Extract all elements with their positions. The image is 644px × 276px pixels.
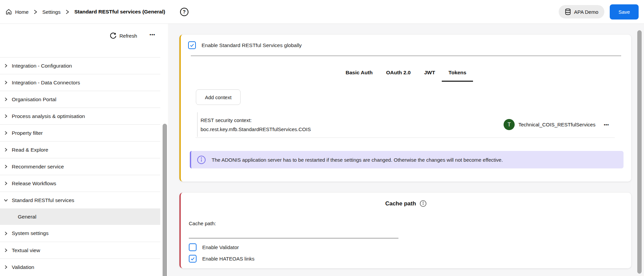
sidebar-item-label: Integration - Data Connectors — [12, 80, 80, 86]
context-more-button[interactable]: ••• — [604, 122, 609, 127]
sidebar-item-label: Integration - Configuration — [12, 63, 72, 69]
breadcrumb-home[interactable]: Home — [5, 8, 29, 15]
add-context-button[interactable]: Add context — [196, 89, 241, 105]
enable-hateoas-links-checkbox[interactable] — [189, 255, 197, 263]
tab-oauth-2-0[interactable]: OAuth 2.0 — [379, 67, 417, 82]
breadcrumb: Home Settings Standard RESTful services … — [5, 8, 165, 15]
refresh-icon — [110, 33, 116, 39]
checkbox-label: Enable Validator — [202, 244, 239, 250]
apa-demo-label: APA Demo — [574, 9, 598, 15]
sidebar-item-system-settings[interactable]: System settings — [0, 225, 160, 242]
tab-jwt[interactable]: JWT — [417, 67, 442, 82]
cache-path-label: Cache path: — [189, 221, 216, 226]
account-name: Technical_COIS_RESTfulServices — [518, 122, 595, 127]
main-scrollbar[interactable] — [637, 30, 642, 274]
database-icon — [565, 8, 571, 15]
info-icon[interactable] — [420, 200, 427, 207]
enable-global-label: Enable Standard RESTful Services globall… — [202, 42, 302, 48]
chevron-right-icon — [3, 231, 8, 236]
sidebar-item-process-analysis-optimisation[interactable]: Process analysis & optimisation — [0, 108, 160, 124]
settings-content: Enable Standard RESTful Services globall… — [168, 24, 644, 276]
sidebar-item-standard-restful-services[interactable]: Standard RESTful services — [0, 192, 160, 208]
chevron-right-icon — [3, 147, 8, 152]
sidebar-subitem-general[interactable]: General — [0, 208, 160, 225]
sidebar-item-property-filter[interactable]: Property filter — [0, 124, 160, 141]
card-divider — [191, 55, 621, 56]
chevron-right-icon — [3, 181, 8, 186]
enable-global-checkbox[interactable] — [188, 41, 196, 49]
save-button[interactable]: Save — [610, 4, 639, 19]
top-bar: Home Settings Standard RESTful services … — [0, 0, 644, 24]
sidebar-item-recommender-service[interactable]: Recommender service — [0, 158, 160, 175]
sidebar-item-integration-configuration[interactable]: Integration - Configuration — [0, 57, 160, 74]
page-title: Standard RESTful services (General) — [74, 9, 165, 15]
sidebar-item-label: Organisation Portal — [12, 96, 56, 103]
avatar: T — [504, 119, 515, 130]
context-value: boc.rest.key.mfb.StandardRESTfulServices… — [201, 125, 311, 134]
settings-sidebar: Refresh ••• Integration - ConfigurationI… — [0, 24, 168, 276]
chevron-right-icon — [33, 9, 38, 14]
enable-validator-checkbox[interactable] — [189, 243, 197, 251]
chevron-down-icon — [3, 198, 8, 203]
cache-path-input[interactable] — [189, 229, 398, 238]
cache-title-row: Cache path — [181, 200, 631, 207]
refresh-button[interactable]: Refresh — [110, 33, 137, 39]
sidebar-item-organisation-portal[interactable]: Organisation Portal — [0, 91, 160, 108]
breadcrumb-home-label: Home — [15, 9, 29, 15]
sidebar-items: Integration - ConfigurationIntegration -… — [0, 57, 160, 275]
sidebar-item-label: Process analysis & optimisation — [12, 113, 85, 119]
help-icon[interactable]: ? — [180, 8, 188, 16]
rest-services-card: Enable Standard RESTful Services globall… — [179, 35, 631, 182]
sidebar-item-label: Textual view — [12, 247, 40, 253]
sidebar-item-release-workflows[interactable]: Release Workflows — [0, 175, 160, 192]
chevron-right-icon — [3, 80, 8, 85]
restart-info-text: The ADONIS application server has to be … — [212, 157, 503, 163]
chevron-right-icon — [3, 248, 8, 253]
apa-demo-button[interactable]: APA Demo — [559, 5, 604, 18]
chevron-right-icon — [65, 9, 70, 14]
auth-tabs: Basic AuthOAuth 2.0JWTTokens — [181, 67, 631, 82]
chevron-right-icon — [3, 164, 8, 169]
tab-tokens[interactable]: Tokens — [442, 67, 473, 82]
check-icon — [190, 256, 195, 261]
tab-basic-auth[interactable]: Basic Auth — [339, 67, 379, 82]
sidebar-item-label: Property filter — [12, 130, 43, 136]
sidebar-item-integration-data-connectors[interactable]: Integration - Data Connectors — [0, 74, 160, 91]
chevron-right-icon — [3, 114, 8, 119]
context-row: REST security context: boc.rest.key.mfb.… — [197, 112, 609, 137]
chevron-right-icon — [3, 97, 8, 102]
sidebar-item-label: System settings — [12, 230, 48, 236]
context-label: REST security context: — [201, 116, 311, 125]
home-icon — [5, 8, 12, 15]
chevron-right-icon — [3, 130, 8, 135]
chevron-right-icon — [3, 265, 8, 270]
sidebar-subitem-label: General — [18, 214, 36, 220]
breadcrumb-settings-label: Settings — [42, 9, 60, 15]
sidebar-item-label: Read & Explore — [12, 147, 48, 153]
checkbox-row-enable-hateoas-links: Enable HATEOAS links — [189, 254, 255, 263]
row-divider — [196, 137, 615, 138]
check-icon — [189, 43, 195, 48]
info-icon — [197, 155, 206, 164]
sidebar-item-label: Validation — [12, 264, 34, 270]
refresh-label: Refresh — [119, 33, 137, 39]
chevron-right-icon — [3, 63, 8, 68]
cache-path-card: Cache path Cache path: Enable ValidatorE… — [179, 193, 631, 268]
breadcrumb-settings[interactable]: Settings — [42, 9, 60, 15]
enable-global-row: Enable Standard RESTful Services globall… — [188, 41, 302, 49]
sidebar-item-label: Standard RESTful services — [12, 197, 74, 203]
sidebar-item-read-explore[interactable]: Read & Explore — [0, 141, 160, 158]
checkbox-row-enable-validator: Enable Validator — [189, 243, 255, 251]
sidebar-item-label: Release Workflows — [12, 181, 56, 187]
sidebar-scrollbar[interactable] — [163, 124, 167, 276]
restart-info-banner: The ADONIS application server has to be … — [190, 151, 624, 168]
more-options-button[interactable]: ••• — [149, 32, 155, 37]
sidebar-item-validation[interactable]: Validation — [0, 259, 160, 275]
sidebar-item-label: Recommender service — [12, 164, 64, 170]
cache-checkboxes: Enable ValidatorEnable HATEOAS links — [189, 243, 255, 263]
cache-card-title: Cache path — [385, 200, 416, 207]
sidebar-item-textual-view[interactable]: Textual view — [0, 242, 160, 259]
checkbox-label: Enable HATEOAS links — [202, 256, 255, 262]
